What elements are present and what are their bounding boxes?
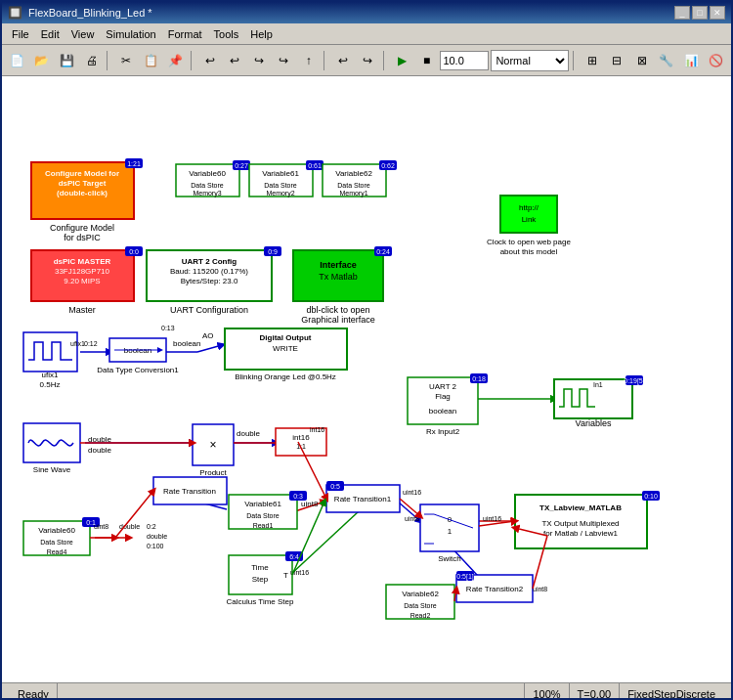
- sim-time-input[interactable]: [440, 51, 489, 70]
- menu-format[interactable]: Format: [162, 26, 208, 42]
- menu-view[interactable]: View: [65, 26, 101, 42]
- undo-button[interactable]: ↩: [198, 49, 221, 72]
- maximize-button[interactable]: □: [692, 6, 708, 20]
- svg-text:TX_Labview_MATLAB: TX_Labview_MATLAB: [539, 503, 622, 512]
- svg-text:1:1: 1:1: [296, 443, 306, 450]
- svg-text:int16: int16: [276, 429, 293, 438]
- svg-text:uint8: uint8: [94, 523, 108, 530]
- svg-rect-110: [289, 491, 307, 501]
- svg-rect-145: [82, 517, 100, 527]
- svg-text:int16: int16: [310, 426, 324, 433]
- new-button[interactable]: 📄: [6, 49, 28, 72]
- svg-text:0.5Hz: 0.5Hz: [40, 380, 61, 389]
- status-ready: Ready: [10, 683, 58, 700]
- btn-extra3[interactable]: ⊠: [630, 49, 653, 72]
- svg-line-176: [292, 502, 324, 575]
- svg-rect-28: [125, 246, 143, 256]
- svg-text:Data Store: Data Store: [264, 182, 297, 189]
- menu-tools[interactable]: Tools: [208, 26, 245, 42]
- play-button[interactable]: ▶: [391, 49, 413, 72]
- svg-text:Rate Transition2: Rate Transition2: [466, 585, 524, 593]
- svg-text:Rx Input2: Rx Input2: [426, 427, 460, 436]
- svg-text:6:4: 6:4: [289, 553, 299, 560]
- undo2-button[interactable]: ↩: [223, 49, 245, 72]
- sim-mode-select[interactable]: Normal Accelerator Rapid Accelerator: [491, 50, 569, 71]
- svg-text:double: double: [88, 446, 112, 455]
- svg-text:uint8: uint8: [533, 586, 547, 592]
- svg-text:Variable61: Variable61: [262, 169, 299, 178]
- svg-rect-49: [176, 164, 239, 197]
- btn-extra4[interactable]: 🔧: [655, 49, 677, 72]
- svg-text:33FJ128GP710: 33FJ128GP710: [55, 267, 110, 276]
- btn-extra1[interactable]: ⊞: [581, 49, 603, 72]
- svg-text:UART 2 Config: UART 2 Config: [182, 257, 237, 266]
- svg-text:0: 0: [448, 515, 453, 524]
- svg-line-170: [298, 442, 326, 499]
- svg-text:for dsPIC: for dsPIC: [64, 233, 101, 242]
- svg-line-12: [290, 511, 359, 575]
- svg-text:Variable61: Variable61: [244, 500, 281, 508]
- open-button[interactable]: 📂: [30, 49, 53, 72]
- copy-button[interactable]: 📋: [139, 49, 161, 72]
- svg-text:Read1: Read1: [253, 522, 274, 529]
- menu-file[interactable]: File: [6, 26, 35, 42]
- menu-edit[interactable]: Edit: [35, 26, 65, 42]
- stop-button[interactable]: ■: [415, 49, 438, 72]
- redo2-button[interactable]: ↪: [273, 49, 295, 72]
- sep1: [107, 51, 110, 70]
- btn-extra6[interactable]: 🚫: [705, 49, 727, 72]
- minimize-button[interactable]: _: [674, 6, 690, 20]
- print-button[interactable]: 🖨: [80, 49, 103, 72]
- titlebar-buttons: _ □ ✕: [674, 6, 725, 20]
- svg-line-2: [197, 345, 222, 352]
- titlebar: 🔲 FlexBoard_Blinking_Led * _ □ ✕: [2, 2, 731, 23]
- btn-extra5[interactable]: 📊: [679, 49, 702, 72]
- svg-text:Step: Step: [252, 575, 269, 584]
- redo-button[interactable]: ↪: [247, 49, 270, 72]
- svg-text:Time: Time: [251, 563, 269, 572]
- svg-line-9: [295, 502, 324, 511]
- btn-extra2[interactable]: ⊟: [606, 49, 628, 72]
- svg-rect-141: [23, 521, 90, 555]
- svg-text:0:1: 0:1: [86, 519, 96, 526]
- svg-text:dsPIC Target: dsPIC Target: [59, 179, 107, 188]
- svg-rect-37: [293, 250, 383, 301]
- svg-text:uint8: uint8: [457, 584, 472, 591]
- save-button[interactable]: 💾: [56, 49, 78, 72]
- svg-text:Bytes/Step: 23.0: Bytes/Step: 23.0: [181, 277, 238, 285]
- svg-line-124: [434, 514, 473, 528]
- svg-text:uint16: uint16: [483, 515, 501, 522]
- main-canvas[interactable]: Configure Model for dsPIC Target (double…: [2, 76, 733, 682]
- svg-text:Read2: Read2: [410, 612, 431, 619]
- svg-line-171: [400, 499, 420, 516]
- menu-simulation[interactable]: Simulation: [100, 26, 161, 42]
- svg-text:Calculus Time Step: Calculus Time Step: [227, 597, 294, 606]
- svg-text:UART Configuration: UART Configuration: [170, 305, 248, 315]
- menu-help[interactable]: Help: [244, 26, 279, 42]
- svg-text:uint16: uint16: [290, 569, 309, 576]
- svg-text:Blinking Orange Led @0.5Hz: Blinking Orange Led @0.5Hz: [235, 372, 336, 381]
- svg-rect-166: [276, 428, 326, 456]
- svg-rect-133: [229, 555, 292, 594]
- svg-line-10: [398, 502, 420, 521]
- redo3-button[interactable]: ↪: [357, 49, 379, 72]
- paste-button[interactable]: 📌: [164, 49, 187, 72]
- cut-button[interactable]: ✂: [114, 49, 137, 72]
- svg-text:0:0: 0:0: [129, 248, 139, 255]
- svg-text:0:27: 0:27: [235, 162, 248, 169]
- up-button[interactable]: ↑: [297, 49, 320, 72]
- close-button[interactable]: ✕: [710, 6, 725, 20]
- svg-text:Interface: Interface: [320, 260, 357, 270]
- sep2: [191, 51, 194, 70]
- svg-text:dbl-click to open: dbl-click to open: [306, 305, 369, 315]
- svg-text:0:3: 0:3: [293, 493, 303, 500]
- svg-text:Clock to open web page: Clock to open web page: [487, 238, 571, 246]
- svg-rect-139: [285, 551, 303, 561]
- svg-rect-71: [109, 338, 166, 362]
- svg-text:uint16: uint16: [403, 489, 421, 496]
- svg-text:Configure Model for: Configure Model for: [45, 169, 119, 178]
- svg-text:dsPIC MASTER: dsPIC MASTER: [54, 257, 111, 266]
- svg-text:Data Store: Data Store: [337, 182, 370, 189]
- undo3-button[interactable]: ↩: [331, 49, 354, 72]
- svg-text:Variable62: Variable62: [335, 169, 372, 178]
